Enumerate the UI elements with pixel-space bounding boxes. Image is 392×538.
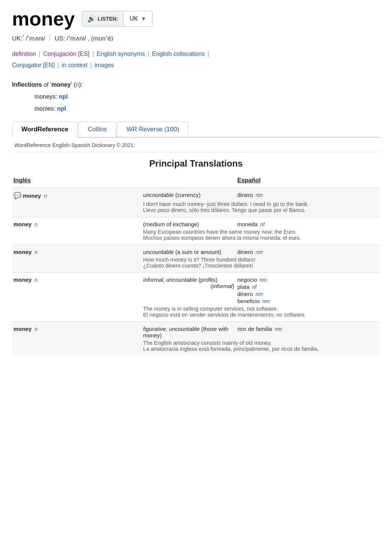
inflection-row-monies: monies: npl [12,103,380,115]
language-value: UK [130,15,138,22]
entry-word-cell: money n [12,322,142,339]
entry-translation-cell: rico de familia nm [236,322,380,339]
tab-wr-reverse[interactable]: WR Reverse (100) [117,122,189,137]
listen-widget: 🔊 LISTEN: UK ▼ [82,11,153,27]
entry-word-cell: money n [12,245,142,256]
pos-link[interactable]: n [76,81,79,88]
npl-link-moneys[interactable]: npl [59,93,68,100]
nav-images[interactable]: images [94,62,114,68]
trans-word: negocio [237,277,257,283]
entry-translation-cell: negocio nmplata nfdinero nmbeneficio nm [236,272,380,305]
nav-in-context[interactable]: in context [62,62,87,68]
tab-collins[interactable]: Collins [78,122,116,137]
example-row: The English aristocracy consists mainly … [12,339,380,356]
entry-pos[interactable]: n [35,249,38,255]
dropdown-arrow-icon: ▼ [141,16,146,22]
entry-pos[interactable]: n [35,326,38,332]
table-row: money nfigurative, uncountable (those wi… [12,322,380,339]
speaker-icon: 🔊 [87,15,96,23]
translations-table: Inglés Español 💬money nuncountable (curr… [12,175,380,356]
trans-word: moneda [237,221,257,227]
trans-gender: nf [252,284,257,290]
entry-pos[interactable]: n [35,221,38,227]
col-header-desc [142,175,236,188]
entry-word: money [13,277,31,283]
example-text: How much money is it? Three hundred doll… [142,256,380,273]
col-header-ingles: Inglés [12,175,142,188]
npl-link-monies[interactable]: npl [57,105,66,112]
trans-word: plata [237,284,250,290]
inflections: Inflections of 'money' (n): moneys: npl … [12,79,380,115]
uk-label: UK:* [12,34,24,42]
inflections-label: Inflections [12,81,42,88]
entry-translation-cell: dinero nm [236,245,380,256]
us-ipa: /ˈmʌni/ , [67,35,90,42]
entry-word-cell: money n [12,217,142,228]
tabs: WordReference Collins WR Reverse (100) [12,122,380,138]
entry-translation-cell: dinero nm [236,188,380,200]
tab-wordreference[interactable]: WordReference [12,122,78,138]
pron-separator [49,34,50,41]
entry-pos[interactable]: n [35,277,38,283]
trans-word: dinero [237,249,253,255]
nav-conjugacion[interactable]: Conjugación [ES] [43,51,90,57]
table-row: money ninformal, uncountable (profits)(i… [12,272,380,305]
listen-button[interactable]: 🔊 LISTEN: [82,11,124,26]
table-row: money n(medium of exchange)moneda nf [12,217,380,228]
trans-word: dinero [237,291,253,297]
trans-word: rico de familia [237,326,272,332]
inflection-row-moneys: moneys: npl [12,91,380,103]
entry-word: money [13,221,31,227]
entry-word: money [23,192,41,199]
inflections-word: money [51,81,71,88]
example-text: Many European countries have the same mo… [142,228,380,245]
trans-gender: nm [260,277,267,283]
entry-word-cell: money n [12,272,142,305]
entry-def-cell: uncountable (a sum or amount) [142,245,236,256]
uk-ipa: /ˈmʌni/ [26,35,45,42]
entry-def-cell: figurative, uncountable (those with mone… [142,322,236,339]
col-header-espanol: Español [236,175,380,188]
pronunciation: UK:* /ˈmʌni/ US: /ˈmʌni/ , (munˈē) [12,34,380,42]
example-text: The English aristocracy consists mainly … [142,339,380,356]
trans-gender: nm [275,326,282,332]
section-title: Principal Translations [12,158,380,169]
nav-links: definition | Conjugación [ES] | English … [12,48,380,71]
nav-definition[interactable]: definition [12,51,36,57]
entry-def-cell: uncountable (currency) [142,188,236,200]
word-title: money [12,9,75,29]
us-label: US: [54,35,65,42]
entry-word-cell: 💬money n [12,188,142,200]
nav-english-synonyms[interactable]: English synonyms [97,51,145,57]
example-row: How much money is it? Three hundred doll… [12,256,380,273]
trans-gender: nm [256,249,263,255]
example-text: The money is in selling computer service… [142,305,380,322]
nav-conjugator[interactable]: Conjugator [EN] [12,62,55,68]
trans-gender: nf [260,221,265,227]
table-row: money nuncountable (a sum or amount)dine… [12,245,380,256]
chat-icon: 💬 [13,192,21,199]
example-row: I don't have much money--just three doll… [12,200,380,217]
nav-english-collocations[interactable]: English collocations [152,51,205,57]
listen-label: LISTEN: [98,16,118,22]
copyright: WordReference English-Spanish Dictionary… [12,138,380,152]
table-row: 💬money nuncountable (currency)dinero nm [12,188,380,200]
entry-pos[interactable]: n [44,193,47,199]
trans-word: beneficio [237,298,260,304]
example-text: I don't have much money--just three doll… [142,200,380,217]
trans-gender: nm [256,291,263,297]
entry-word: money [13,249,31,255]
entry-word: money [13,326,31,332]
entry-def-cell: (medium of exchange) [142,217,236,228]
trans-word: dinero [237,192,253,198]
language-select[interactable]: UK ▼ [124,11,152,26]
us-ipa2: (munˈē) [91,35,113,42]
trans-gender: nm [262,298,269,304]
trans-gender: nm [256,192,263,198]
entry-def-cell: informal, uncountable (profits)(informal… [142,272,236,305]
example-row: Many European countries have the same mo… [12,228,380,245]
entry-translation-cell: moneda nf [236,217,380,228]
example-row: The money is in selling computer service… [12,305,380,322]
